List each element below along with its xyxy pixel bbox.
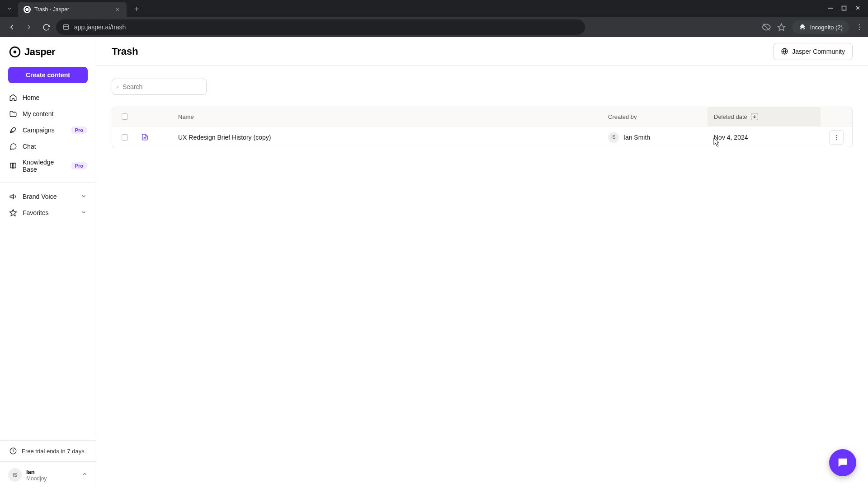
- chat-bubble-icon: [836, 456, 849, 469]
- megaphone-icon: [9, 192, 17, 201]
- search-box[interactable]: [112, 79, 207, 95]
- svg-point-29: [836, 139, 837, 140]
- svg-point-0: [25, 8, 29, 12]
- svg-point-17: [14, 51, 17, 54]
- column-deleted-date[interactable]: Deleted date: [708, 107, 821, 126]
- row-name: UX Redesign Brief History (copy): [178, 134, 608, 141]
- svg-point-13: [859, 24, 860, 25]
- user-avatar: IS: [8, 468, 22, 482]
- tab-favicon-icon: [24, 6, 31, 13]
- sidebar: Jasper Create content Home My content Ca…: [0, 37, 96, 488]
- chevron-down-icon: [80, 209, 87, 217]
- trial-text: Free trial ends in 7 days: [22, 448, 85, 455]
- nav-primary: Home My content Campaigns Pro Chat Knowl…: [0, 89, 96, 177]
- tracking-protection-icon[interactable]: [762, 23, 771, 32]
- svg-rect-4: [842, 6, 846, 10]
- tab-close-icon[interactable]: [114, 6, 121, 13]
- help-chat-button[interactable]: [829, 449, 856, 476]
- maximize-icon[interactable]: [841, 5, 847, 12]
- row-checkbox[interactable]: [122, 134, 128, 141]
- main: Trash Jasper Community Name Created by D…: [96, 37, 868, 488]
- user-org: Moodjoy: [26, 475, 47, 482]
- app-root: Jasper Create content Home My content Ca…: [0, 37, 868, 488]
- svg-rect-7: [64, 25, 69, 30]
- tab-bar: Trash - Jasper +: [0, 0, 868, 17]
- column-name[interactable]: Name: [178, 113, 608, 120]
- trial-notice[interactable]: Free trial ends in 7 days: [0, 440, 96, 461]
- nav-brand-voice[interactable]: Brand Voice: [5, 188, 91, 205]
- nav-home[interactable]: Home: [5, 89, 91, 106]
- incognito-icon: [798, 23, 807, 31]
- community-label: Jasper Community: [792, 48, 845, 55]
- incognito-label: Incognito (2): [810, 24, 843, 31]
- address-bar: app.jasper.ai/trash Incognito (2): [0, 17, 868, 37]
- nav-favorites[interactable]: Favorites: [5, 205, 91, 221]
- svg-point-14: [859, 27, 860, 28]
- svg-point-27: [836, 135, 837, 136]
- clock-icon: [9, 447, 17, 455]
- tab-search-button[interactable]: [3, 2, 16, 15]
- user-menu[interactable]: IS Ian Moodjoy: [0, 461, 96, 488]
- logo[interactable]: Jasper: [0, 37, 96, 64]
- forward-button[interactable]: [22, 20, 36, 34]
- svg-line-23: [118, 87, 118, 88]
- bookmark-icon[interactable]: [777, 23, 786, 32]
- jasper-logo-icon: [9, 46, 21, 58]
- chat-icon: [9, 142, 17, 150]
- trash-table: Name Created by Deleted date UX Redesign…: [112, 107, 853, 148]
- nav-knowledge-base[interactable]: Knowledge Base Pro: [5, 155, 91, 177]
- globe-icon: [781, 47, 788, 55]
- document-icon: [141, 133, 149, 141]
- main-header: Trash Jasper Community: [96, 37, 868, 66]
- nav-label: Chat: [23, 143, 36, 150]
- new-tab-button[interactable]: +: [130, 3, 143, 15]
- url-text: app.jasper.ai/trash: [74, 23, 126, 31]
- minimize-icon[interactable]: [828, 5, 833, 12]
- close-window-icon[interactable]: [855, 5, 861, 12]
- search-icon: [117, 84, 119, 90]
- window-controls: [828, 0, 868, 17]
- pro-badge: Pro: [71, 162, 87, 169]
- pro-badge: Pro: [71, 127, 87, 134]
- table-row[interactable]: UX Redesign Brief History (copy) IS Ian …: [112, 126, 852, 148]
- nav-label: Home: [23, 94, 39, 101]
- folder-icon: [9, 110, 17, 118]
- svg-marker-10: [778, 23, 785, 30]
- nav-secondary: Brand Voice Favorites: [0, 188, 96, 221]
- table-header: Name Created by Deleted date: [112, 107, 852, 126]
- select-all-checkbox[interactable]: [122, 113, 128, 120]
- row-more-button[interactable]: [829, 130, 844, 145]
- nav-label: My content: [23, 110, 53, 117]
- divider: [0, 183, 96, 183]
- svg-point-22: [117, 86, 118, 87]
- nav-label: Knowledge Base: [23, 159, 66, 173]
- column-created-by[interactable]: Created by: [608, 113, 708, 120]
- search-input[interactable]: [123, 83, 202, 90]
- create-content-button[interactable]: Create content: [8, 67, 88, 83]
- url-box[interactable]: app.jasper.ai/trash: [56, 19, 585, 35]
- site-info-icon[interactable]: [62, 23, 70, 31]
- logo-text: Jasper: [24, 46, 55, 58]
- row-deleted-date: Nov 4, 2024: [708, 134, 821, 141]
- browser-tab[interactable]: Trash - Jasper: [18, 2, 127, 17]
- row-created-by: IS Ian Smith: [608, 132, 708, 143]
- incognito-indicator[interactable]: Incognito (2): [792, 20, 849, 34]
- browser-chrome: Trash - Jasper + app.jasper.ai/trash Inc…: [0, 0, 868, 37]
- svg-point-28: [836, 137, 837, 138]
- nav-label: Favorites: [23, 209, 49, 216]
- jasper-community-button[interactable]: Jasper Community: [773, 43, 853, 60]
- book-icon: [9, 162, 17, 170]
- reload-button[interactable]: [39, 20, 53, 34]
- nav-my-content[interactable]: My content: [5, 106, 91, 122]
- nav-label: Campaigns: [23, 127, 55, 134]
- back-button[interactable]: [5, 20, 19, 34]
- browser-menu-icon[interactable]: [855, 23, 863, 31]
- tab-title: Trash - Jasper: [34, 6, 110, 13]
- creator-name: Ian Smith: [623, 134, 650, 141]
- nav-campaigns[interactable]: Campaigns Pro: [5, 122, 91, 138]
- nav-chat[interactable]: Chat: [5, 138, 91, 155]
- svg-point-12: [803, 28, 804, 29]
- column-deleted-label: Deleted date: [714, 113, 747, 120]
- rocket-icon: [9, 126, 17, 134]
- svg-marker-18: [10, 210, 17, 216]
